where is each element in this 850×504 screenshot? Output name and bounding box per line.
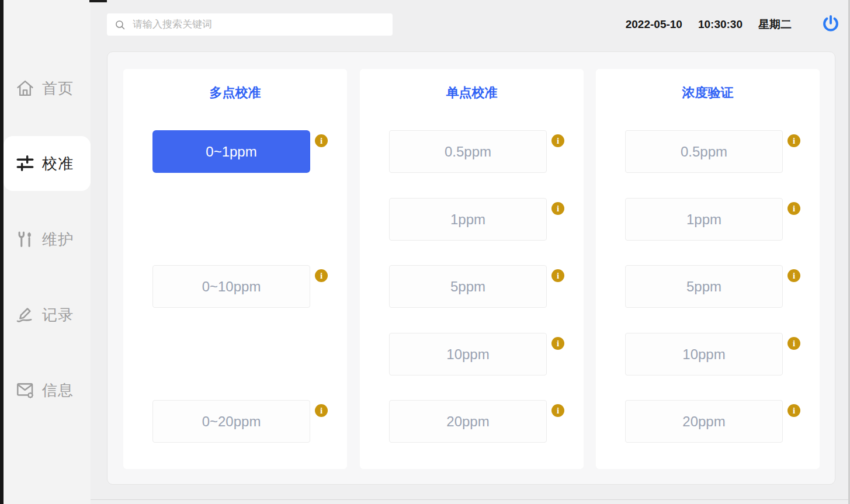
signature-icon <box>15 305 35 325</box>
power-button[interactable] <box>820 13 841 34</box>
home-icon <box>15 78 35 98</box>
search-box[interactable] <box>107 13 393 36</box>
info-icon[interactable]: i <box>315 404 328 417</box>
ppm-button-20ppm[interactable]: 20ppm <box>625 400 783 443</box>
mail-gear-icon <box>15 380 35 400</box>
sidebar-item-label: 记录 <box>42 305 74 325</box>
panel-multi-point: 多点校准0~1ppmi0~10ppmi0~20ppmi <box>123 69 347 469</box>
clock-weekday: 星期二 <box>758 17 792 32</box>
ppm-button-5ppm[interactable]: 5ppm <box>389 265 547 308</box>
info-icon[interactable]: i <box>315 269 328 282</box>
screen-bottom-line <box>4 499 850 500</box>
info-icon[interactable]: i <box>551 269 564 282</box>
sidebar-item-label: 校准 <box>42 154 74 174</box>
info-icon[interactable]: i <box>315 134 328 147</box>
ppm-button-1ppm[interactable]: 1ppm <box>625 198 783 241</box>
panel-title-multi-point: 多点校准 <box>123 84 347 102</box>
ppm-button-1ppm[interactable]: 1ppm <box>389 198 547 241</box>
panel-single-point: 单点校准0.5ppmi1ppmi5ppmi10ppmi20ppmi <box>360 69 584 469</box>
search-icon <box>114 19 126 31</box>
info-icon[interactable]: i <box>551 404 564 417</box>
panel-verification: 浓度验证0.5ppmi1ppmi5ppmi10ppmi20ppmi <box>596 69 820 469</box>
info-icon[interactable]: i <box>551 337 564 350</box>
search-input[interactable] <box>131 18 387 31</box>
ppm-button-10ppm[interactable]: 10ppm <box>625 333 783 376</box>
info-icon[interactable]: i <box>787 337 800 350</box>
sidebar-item-maintenance[interactable]: 维护 <box>4 212 91 267</box>
ppm-button-0~1ppm[interactable]: 0~1ppm <box>152 130 310 173</box>
sidebar-item-calibration[interactable]: 校准 <box>4 136 91 191</box>
ppm-button-0~20ppm[interactable]: 0~20ppm <box>152 400 310 443</box>
screen-left-edge <box>0 0 4 504</box>
power-icon <box>821 14 841 34</box>
info-icon[interactable]: i <box>787 134 800 147</box>
clock-date: 2022-05-10 <box>626 18 682 31</box>
sidebar: 首页校准维护记录信息 <box>4 0 91 504</box>
sidebar-item-label: 首页 <box>42 78 74 99</box>
sidebar-item-records[interactable]: 记录 <box>4 287 91 342</box>
ppm-button-0.5ppm[interactable]: 0.5ppm <box>625 130 783 173</box>
sidebar-item-home[interactable]: 首页 <box>4 61 91 116</box>
ppm-button-0~10ppm[interactable]: 0~10ppm <box>152 265 310 308</box>
ppm-button-20ppm[interactable]: 20ppm <box>389 400 547 443</box>
tools-icon <box>15 230 35 249</box>
panel-title-single-point: 单点校准 <box>360 84 584 102</box>
panel-title-verification: 浓度验证 <box>596 84 820 102</box>
info-icon[interactable]: i <box>787 269 800 282</box>
sliders-icon <box>15 154 35 173</box>
clock-time: 10:30:30 <box>698 18 743 31</box>
sidebar-item-messages[interactable]: 信息 <box>4 363 91 418</box>
clock: 2022-05-10 10:30:30 星期二 <box>626 0 792 49</box>
sidebar-item-label: 维护 <box>42 230 74 250</box>
ppm-button-0.5ppm[interactable]: 0.5ppm <box>389 130 547 173</box>
calibration-content: 多点校准0~1ppmi0~10ppmi0~20ppmi单点校准0.5ppmi1p… <box>107 51 835 485</box>
info-icon[interactable]: i <box>551 202 564 215</box>
ppm-button-5ppm[interactable]: 5ppm <box>625 265 783 308</box>
ppm-button-10ppm[interactable]: 10ppm <box>389 333 547 376</box>
info-icon[interactable]: i <box>551 134 564 147</box>
info-icon[interactable]: i <box>787 202 800 215</box>
screen-top-notch <box>89 0 107 2</box>
info-icon[interactable]: i <box>787 404 800 417</box>
sidebar-item-label: 信息 <box>42 380 74 401</box>
